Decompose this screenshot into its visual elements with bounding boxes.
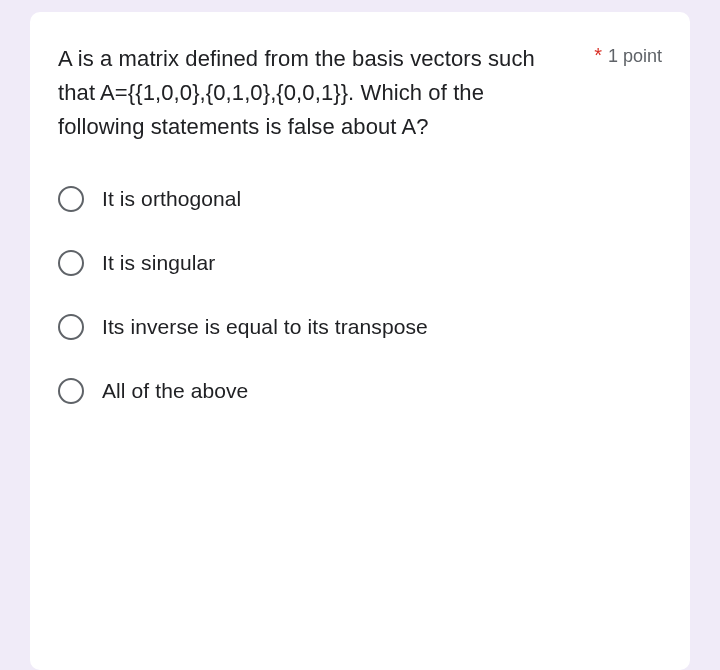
option-singular[interactable]: It is singular [58, 250, 662, 276]
required-star-icon: * [594, 44, 602, 67]
radio-icon [58, 314, 84, 340]
radio-icon [58, 186, 84, 212]
option-label: It is orthogonal [102, 187, 241, 211]
option-inverse-transpose[interactable]: Its inverse is equal to its transpose [58, 314, 662, 340]
radio-icon [58, 250, 84, 276]
question-text: A is a matrix defined from the basis vec… [58, 42, 574, 144]
option-label: It is singular [102, 251, 215, 275]
question-card: A is a matrix defined from the basis vec… [30, 12, 690, 670]
options-group: It is orthogonal It is singular Its inve… [58, 186, 662, 404]
option-all-above[interactable]: All of the above [58, 378, 662, 404]
points-text: 1 point [608, 46, 662, 67]
option-label: All of the above [102, 379, 248, 403]
radio-icon [58, 378, 84, 404]
option-label: Its inverse is equal to its transpose [102, 315, 428, 339]
points-indicator: * 1 point [594, 42, 662, 67]
question-header: A is a matrix defined from the basis vec… [58, 42, 662, 144]
option-orthogonal[interactable]: It is orthogonal [58, 186, 662, 212]
